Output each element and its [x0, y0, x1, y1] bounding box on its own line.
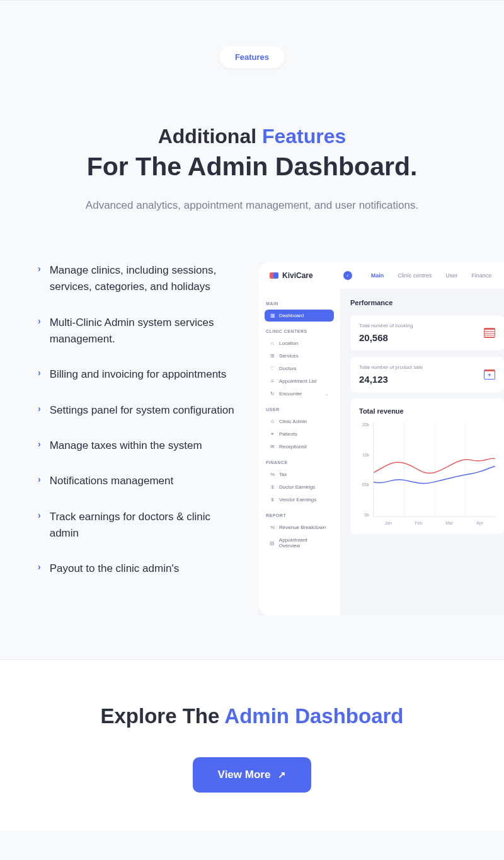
stat-value: 24,123 — [359, 374, 423, 385]
sidebar-heading: FINANCE — [266, 460, 333, 465]
stat-card: Total number of booking20,568 — [350, 315, 504, 351]
sidebar-item-icon: % — [270, 525, 275, 530]
topnav-item[interactable]: Finance — [471, 272, 491, 279]
hero-section: Features Additional Features For The Adm… — [0, 0, 504, 212]
feature-text: Payout to the clinic admin's — [50, 561, 179, 577]
feature-item: ›Manage clinics, including sessions, ser… — [38, 262, 239, 296]
sidebar-item-icon: % — [270, 472, 275, 477]
sidebar-item-icon: ✉ — [270, 444, 275, 450]
sidebar-item-icon: $ — [270, 484, 275, 490]
sidebar-item[interactable]: ≡Appointment List — [265, 375, 334, 387]
feature-text: Notifications management — [50, 473, 174, 489]
sidebar-item-icon: ↻ — [270, 391, 275, 397]
logo-mark-icon — [270, 271, 278, 280]
topnav-item[interactable]: Clinic centres — [398, 272, 432, 279]
sidebar-item-icon: ≡ — [270, 378, 275, 384]
sidebar-item-label: Location — [279, 340, 298, 346]
sidebar-item-icon: ☺ — [270, 419, 275, 424]
chart-plot — [373, 422, 495, 517]
sidebar-item[interactable]: ⊞Services — [265, 350, 334, 362]
sidebar-item-label: Appointment Overview — [279, 537, 329, 549]
stat-card: Total number of product sale24,123 — [350, 357, 504, 392]
chart-card: Total revenue 20k10k05k0k — [350, 398, 504, 534]
sidebar: MAIN▦DashboardCLINIC CENTERS⌂Location⊞Se… — [258, 289, 340, 615]
sidebar-item-icon: ♡ — [270, 366, 275, 371]
sidebar-heading: MAIN — [266, 301, 333, 306]
feature-item: ›Track earnings for doctors & clinic adm… — [38, 509, 239, 542]
sidebar-item-icon: ▦ — [270, 313, 275, 318]
cta-section: Explore The Admin Dashboard View More ↗ — [0, 660, 504, 830]
sidebar-item[interactable]: %Revenue Breakdown — [265, 521, 334, 533]
top-nav: MainClinic centresUserFinance — [371, 272, 492, 279]
sidebar-item-label: Revenue Breakdown — [279, 525, 326, 530]
sidebar-item-label: Appointment List — [279, 378, 317, 384]
chevron-right-icon: › — [38, 474, 41, 489]
dashboard-topbar: KiviCare ‹ MainClinic centresUserFinance — [258, 262, 504, 289]
chart-lines — [374, 422, 495, 516]
sidebar-item[interactable]: ⚭Patients — [265, 428, 334, 440]
sidebar-item[interactable]: %Tax — [265, 468, 334, 480]
sidebar-item-label: Doctors — [279, 366, 297, 371]
sidebar-item[interactable]: $Doctor Earnings — [265, 481, 334, 493]
dashboard-preview: KiviCare ‹ MainClinic centresUserFinance… — [258, 262, 504, 615]
sidebar-heading: CLINIC CENTERS — [266, 329, 333, 334]
sidebar-item-icon: ⌂ — [270, 340, 275, 346]
sidebar-item-label: Doctor Earnings — [279, 484, 315, 490]
sidebar-item[interactable]: ☺Clinic Admin — [265, 415, 334, 427]
sidebar-item-icon: ▤ — [270, 540, 275, 546]
feature-item: ›Payout to the clinic admin's — [38, 561, 239, 577]
feature-text: Multi-Clinic Admin system services manag… — [50, 315, 239, 348]
sidebar-item[interactable]: ▤Appointment Overview — [265, 534, 334, 552]
sidebar-heading: REPORT — [266, 513, 333, 518]
sidebar-item[interactable]: ♡Doctors — [265, 363, 334, 375]
sidebar-item-label: Dashboard — [279, 313, 304, 318]
topnav-item[interactable]: User — [445, 272, 457, 279]
chevron-right-icon: › — [38, 404, 41, 419]
feature-text: Manage taxes within the system — [50, 438, 202, 454]
content-row: ›Manage clinics, including sessions, ser… — [0, 212, 504, 660]
calendar-icon — [484, 328, 495, 338]
view-more-button[interactable]: View More ↗ — [193, 757, 312, 793]
hero-subtitle: For The Admin Dashboard. — [19, 152, 485, 182]
sidebar-item-label: Clinic Admin — [279, 419, 307, 424]
sidebar-item[interactable]: $Vendor Earnings — [265, 494, 334, 506]
sidebar-item[interactable]: ⌂Location — [265, 337, 334, 349]
stat-label: Total number of product sale — [359, 364, 423, 370]
chevron-down-icon: ⌄ — [325, 392, 329, 397]
sidebar-item-label: Encounter — [279, 391, 302, 397]
sidebar-item[interactable]: ✉Receptionist — [265, 441, 334, 453]
feature-item: ›Multi-Clinic Admin system services mana… — [38, 315, 239, 348]
feature-item: ›Notifications management — [38, 473, 239, 489]
feature-item: ›Manage taxes within the system — [38, 438, 239, 454]
sidebar-item-icon: ⚭ — [270, 431, 275, 437]
hero-description: Advanced analytics, appointment manageme… — [19, 199, 485, 212]
chevron-right-icon: › — [38, 316, 41, 348]
features-pill: Features — [220, 46, 284, 68]
sidebar-item[interactable]: ↻Encounter⌄ — [265, 388, 334, 400]
chevron-right-icon: › — [38, 439, 41, 454]
sidebar-item-label: Services — [279, 353, 299, 359]
chevron-right-icon: › — [38, 264, 41, 296]
feature-item: ›Billing and invoicing for appointments — [38, 366, 239, 383]
cta-title: Explore The Admin Dashboard — [19, 704, 485, 728]
sidebar-item[interactable]: ▦Dashboard — [265, 310, 334, 322]
chart-y-axis: 20k10k05k0k — [359, 422, 373, 517]
chevron-right-icon: › — [38, 562, 41, 577]
sidebar-item-icon: ⊞ — [270, 353, 275, 359]
dashboard-main: Performance Total number of booking20,56… — [340, 289, 504, 615]
chart-x-axis: JanFebMarApr — [373, 521, 495, 525]
sidebar-heading: USER — [266, 407, 333, 412]
arrow-icon: ↗ — [278, 769, 286, 781]
sidebar-item-icon: $ — [270, 497, 275, 503]
sidebar-item-label: Patients — [279, 431, 297, 437]
topnav-item[interactable]: Main — [371, 272, 384, 279]
hero-title: Additional Features — [19, 125, 485, 148]
nav-collapse-icon[interactable]: ‹ — [343, 271, 352, 280]
performance-title: Performance — [350, 299, 504, 306]
feature-item: ›Settings panel for system configuration — [38, 402, 239, 419]
chevron-right-icon: › — [38, 510, 41, 542]
feature-text: Settings panel for system configuration — [50, 402, 234, 419]
stat-label: Total number of booking — [359, 323, 413, 328]
stat-value: 20,568 — [359, 332, 413, 343]
feature-list: ›Manage clinics, including sessions, ser… — [38, 262, 239, 596]
